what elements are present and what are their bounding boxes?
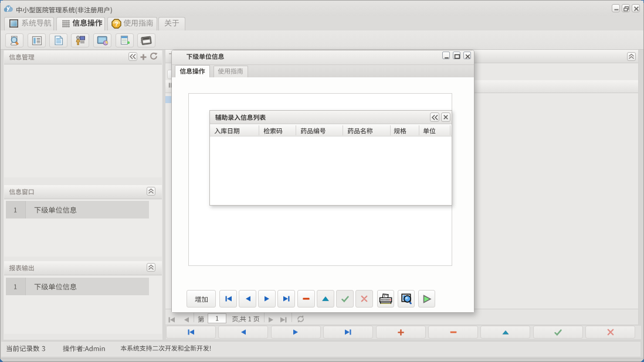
svg-text:?: ? [114,21,118,28]
